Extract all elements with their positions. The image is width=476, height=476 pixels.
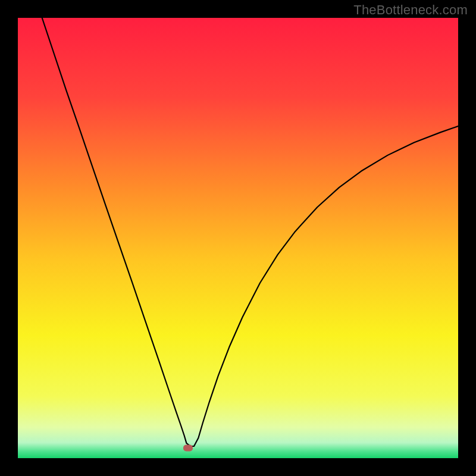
gradient-and-curve-layer <box>18 18 458 458</box>
chart-frame: TheBottleneck.com <box>0 0 476 476</box>
gradient-background <box>18 18 458 458</box>
watermark-text: TheBottleneck.com <box>353 2 468 18</box>
plot-area <box>18 18 458 458</box>
optimum-marker <box>183 444 193 451</box>
bottleneck-curve <box>42 18 458 446</box>
